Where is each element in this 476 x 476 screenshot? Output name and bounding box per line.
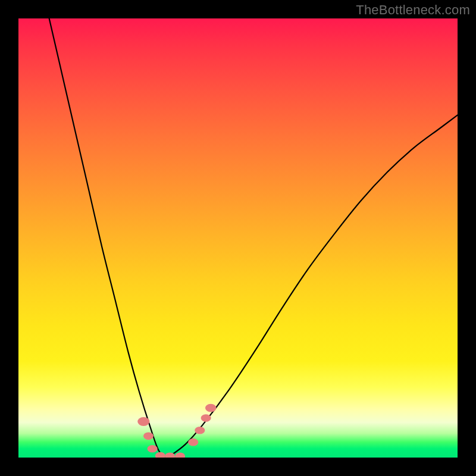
valley-marker: [175, 452, 185, 458]
valley-markers: [137, 404, 216, 458]
chart-frame: TheBottleneck.com: [0, 0, 476, 476]
curve-svg: [18, 18, 458, 458]
valley-marker: [201, 414, 211, 422]
valley-marker: [148, 445, 158, 453]
plot-area: [18, 18, 458, 458]
curve-left-branch: [49, 18, 168, 458]
watermark-text: TheBottleneck.com: [356, 2, 470, 18]
valley-marker: [137, 417, 149, 426]
valley-marker: [155, 452, 165, 458]
valley-marker: [143, 433, 154, 440]
valley-marker: [205, 404, 217, 412]
valley-marker: [188, 439, 198, 446]
valley-marker: [195, 427, 205, 434]
